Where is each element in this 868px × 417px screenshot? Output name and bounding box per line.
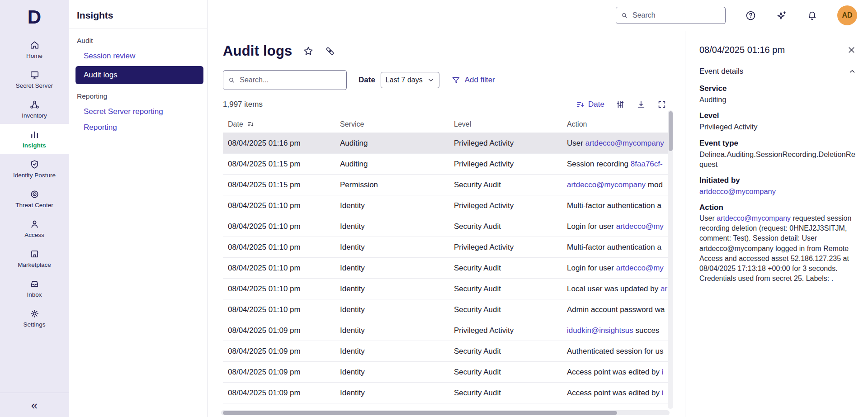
sidebar-item-insights[interactable]: Insights: [0, 124, 69, 154]
sidebar-item-settings[interactable]: Settings: [0, 303, 69, 333]
sidebar-item-inventory[interactable]: Inventory: [0, 94, 69, 124]
sidebar-item-identity-posture[interactable]: Identity Posture: [0, 154, 69, 184]
help-button[interactable]: [745, 10, 756, 21]
link-icon: [324, 45, 336, 57]
cell-level: Security Audit: [449, 305, 562, 314]
table-row[interactable]: 08/04/2025 01:10 pm Identity Security Au…: [223, 279, 668, 299]
add-filter-button[interactable]: Add filter: [451, 76, 495, 85]
table-row[interactable]: 08/04/2025 01:16 pm Auditing Privileged …: [223, 133, 668, 154]
shield-check-icon: [29, 159, 40, 170]
field-level: Level Privileged Activity: [699, 111, 856, 132]
global-search[interactable]: [616, 7, 726, 24]
sidebar-item-secret-server[interactable]: Secret Server: [0, 64, 69, 94]
table-row[interactable]: 08/04/2025 01:10 pm Identity Security Au…: [223, 258, 668, 279]
sort-label: Date: [588, 100, 604, 109]
insights-subnav: Insights Audit Session review Audit logs…: [69, 0, 208, 417]
cell-level: Security Audit: [449, 347, 562, 356]
column-settings-button[interactable]: [615, 100, 625, 109]
action-link[interactable]: i: [662, 389, 664, 397]
fullscreen-button[interactable]: [657, 100, 667, 109]
storefront-icon: [29, 249, 40, 259]
vertical-scrollbar-thumb[interactable]: [669, 111, 673, 151]
ai-assistant-button[interactable]: [776, 10, 787, 21]
table-search-input[interactable]: [239, 76, 342, 85]
cell-date: 08/04/2025 01:15 pm: [223, 180, 335, 190]
avatar[interactable]: AD: [837, 5, 857, 25]
table-row[interactable]: 08/04/2025 01:15 pm Permission Security …: [223, 175, 668, 195]
subnav-item-secret-server-reporting[interactable]: Secret Server reporting: [69, 107, 207, 116]
sidebar-item-label: Inventory: [22, 112, 47, 119]
table-row[interactable]: 08/04/2025 01:15 pm Auditing Privileged …: [223, 154, 668, 175]
sidebar-item-label: Home: [26, 52, 42, 59]
cell-level: Security Audit: [449, 264, 562, 273]
cell-date: 08/04/2025 01:10 pm: [223, 222, 335, 231]
horizontal-scrollbar-thumb[interactable]: [223, 411, 617, 415]
table-search[interactable]: [223, 70, 347, 90]
cell-action: Login for user artdecco@my: [562, 264, 668, 273]
subnav-item-audit-logs[interactable]: Audit logs: [75, 66, 203, 84]
subnav-item-reporting[interactable]: Reporting: [69, 123, 207, 132]
sidebar-item-label: Access: [24, 232, 44, 238]
filter-bar: Date Last 7 days Add filter: [223, 70, 685, 90]
cell-service: Identity: [335, 347, 449, 356]
audit-logs-main: Audit logs Date: [208, 31, 685, 417]
action-link[interactable]: i: [662, 368, 664, 376]
action-link[interactable]: ar: [660, 284, 667, 293]
sidebar-item-home[interactable]: Home: [0, 34, 69, 64]
sidebar-item-access[interactable]: Access: [0, 213, 69, 243]
sidebar-item-marketplace[interactable]: Marketplace: [0, 243, 69, 273]
table-row[interactable]: 08/04/2025 01:10 pm Identity Security Au…: [223, 299, 668, 320]
close-panel-button[interactable]: [847, 45, 856, 55]
notifications-button[interactable]: [807, 10, 818, 21]
table-row[interactable]: 08/04/2025 01:10 pm Identity Privileged …: [223, 195, 668, 216]
cell-action: Authenticated session for us: [562, 347, 668, 356]
table-row[interactable]: 08/04/2025 01:10 pm Identity Privileged …: [223, 237, 668, 258]
initiated-by-link[interactable]: artdecco@mycompany: [699, 187, 776, 195]
table-row[interactable]: 08/04/2025 01:10 pm Identity Security Au…: [223, 216, 668, 237]
date-range-select[interactable]: Last 7 days: [381, 72, 439, 88]
cell-service: Identity: [335, 284, 449, 294]
expand-icon: [657, 100, 667, 109]
action-description: User artdecco@mycompany requested sessio…: [699, 213, 856, 284]
cell-service: Identity: [335, 243, 449, 252]
date-range-value: Last 7 days: [386, 76, 423, 84]
action-link[interactable]: artdecco@my: [616, 222, 664, 231]
action-link[interactable]: artdecco@mycompany: [585, 139, 664, 147]
chevron-up-icon: [848, 67, 856, 76]
table-row[interactable]: 08/04/2025 01:09 pm Identity Security Au…: [223, 362, 668, 383]
download-button[interactable]: [636, 100, 646, 109]
table-row[interactable]: 08/04/2025 01:09 pm Identity Privileged …: [223, 320, 668, 341]
sidebar-item-threat-center[interactable]: Threat Center: [0, 184, 69, 213]
action-link[interactable]: artdecco@my: [616, 264, 664, 272]
table-row[interactable]: 08/04/2025 01:09 pm Identity Security Au…: [223, 341, 668, 362]
sparkle-icon: [776, 10, 787, 21]
cell-level: Privileged Activity: [449, 160, 562, 169]
cell-service: Identity: [335, 305, 449, 314]
bell-icon: [807, 10, 818, 21]
cell-date: 08/04/2025 01:10 pm: [223, 284, 335, 294]
audit-logs-table: Date Service Level Action 08/04/2025 01:…: [223, 116, 668, 403]
global-search-input[interactable]: [632, 11, 721, 20]
cell-action: artdecco@mycompany mod: [562, 180, 668, 190]
action-user-link[interactable]: artdecco@mycompany: [717, 214, 791, 222]
action-link[interactable]: 8faa76cf-: [631, 160, 663, 168]
copy-link-button[interactable]: [324, 45, 336, 57]
action-link[interactable]: idudkin@insightsus: [567, 326, 633, 335]
insights-icon: [29, 129, 40, 140]
items-count: 1,997 items: [223, 100, 263, 109]
delinea-logo[interactable]: D: [0, 0, 69, 34]
table-row[interactable]: 08/04/2025 01:09 pm Identity Security Au…: [223, 383, 668, 403]
add-filter-label: Add filter: [465, 76, 495, 85]
collapse-rail-button[interactable]: «: [0, 393, 69, 417]
sidebar-item-label: Threat Center: [15, 202, 53, 208]
sort-by-date-button[interactable]: Date: [576, 100, 604, 109]
subnav-item-session-review[interactable]: Session review: [69, 52, 207, 61]
column-header-date[interactable]: Date: [223, 120, 335, 128]
funnel-icon: [451, 76, 461, 85]
action-link[interactable]: artdecco@mycompany: [567, 180, 646, 189]
secret-server-icon: [29, 70, 40, 80]
sidebar-item-inbox[interactable]: Inbox: [0, 273, 69, 303]
favorite-button[interactable]: [302, 45, 314, 57]
event-details-toggle[interactable]: Event details: [699, 67, 856, 76]
search-icon: [228, 76, 235, 84]
